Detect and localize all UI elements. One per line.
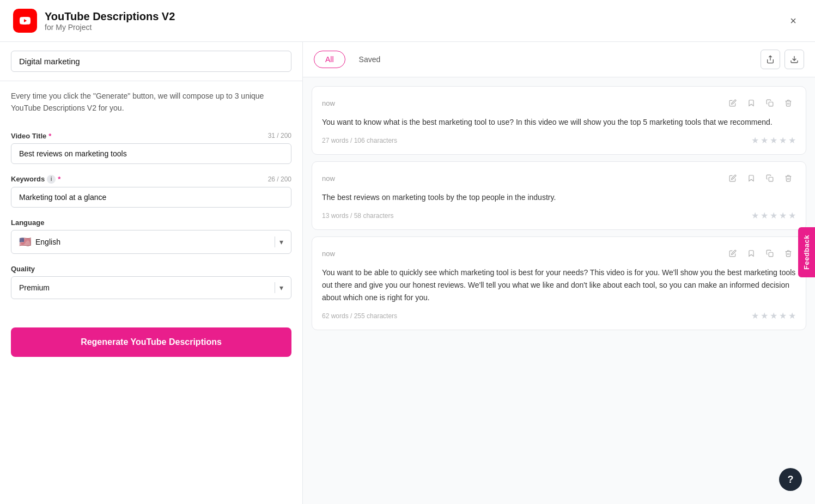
chevron-down-quality-icon: ▾ <box>279 283 283 292</box>
card-footer: 62 words / 255 characters ★★★★★ <box>322 311 796 321</box>
star-icon[interactable]: ★ <box>761 135 768 145</box>
select-divider <box>275 236 275 247</box>
keywords-info-icon[interactable]: i <box>47 175 56 184</box>
result-card: now You want to know what is <box>312 86 806 155</box>
star-icon[interactable]: ★ <box>751 210 759 221</box>
star-icon[interactable]: ★ <box>788 210 796 221</box>
bookmark-button[interactable] <box>744 171 759 186</box>
card-actions <box>725 171 796 186</box>
copy-icon <box>766 174 774 182</box>
generate-button[interactable]: Regenerate YouTube Descriptions <box>11 327 291 357</box>
keywords-input[interactable] <box>11 187 291 208</box>
svg-rect-1 <box>769 177 773 181</box>
star-icon[interactable]: ★ <box>770 210 777 221</box>
star-icon[interactable]: ★ <box>788 135 796 145</box>
star-icon[interactable]: ★ <box>779 210 787 221</box>
card-timestamp: now <box>322 250 335 258</box>
star-rating: ★★★★★ <box>751 135 796 145</box>
edit-button[interactable] <box>725 95 740 111</box>
star-icon[interactable]: ★ <box>770 311 777 321</box>
card-text: You want to be able to quickly see which… <box>322 266 796 304</box>
help-button[interactable]: ? <box>779 468 802 491</box>
results-area: now You want to know what is <box>303 77 815 504</box>
tab-saved[interactable]: Saved <box>348 51 392 68</box>
feedback-button[interactable]: Feedback <box>798 227 815 277</box>
tab-all[interactable]: All <box>314 51 345 68</box>
star-icon[interactable]: ★ <box>751 135 759 145</box>
delete-button[interactable] <box>781 171 796 186</box>
search-input[interactable] <box>11 51 291 72</box>
copy-button[interactable] <box>762 171 777 186</box>
card-footer: 27 words / 106 characters ★★★★★ <box>322 135 796 145</box>
bookmark-button[interactable] <box>744 95 759 111</box>
bookmark-icon <box>747 250 755 257</box>
copy-button[interactable] <box>762 95 777 111</box>
video-title-label: Video Title * 31 / 200 <box>11 132 291 140</box>
star-icon[interactable]: ★ <box>770 135 777 145</box>
star-icon[interactable]: ★ <box>761 311 768 321</box>
svg-rect-2 <box>769 252 773 257</box>
share-icon <box>766 55 775 64</box>
results-tabs: All Saved <box>314 51 392 68</box>
app-subtitle: for My Project <box>45 23 784 32</box>
card-text: The best reviews on marketing tools by t… <box>322 191 796 204</box>
card-stats: 13 words / 58 characters <box>322 212 393 220</box>
edit-icon <box>729 174 737 182</box>
language-field: Language 🇺🇸 English ▾ <box>11 218 291 254</box>
edit-icon <box>729 250 737 257</box>
trash-icon <box>784 250 792 257</box>
keywords-counter: 26 / 200 <box>268 175 291 183</box>
star-rating: ★★★★★ <box>751 311 796 321</box>
app-header: YouTube Descriptions V2 for My Project × <box>0 0 815 42</box>
bookmark-icon <box>747 174 755 182</box>
bookmark-button[interactable] <box>744 246 759 261</box>
star-icon[interactable]: ★ <box>788 311 796 321</box>
language-value: English <box>35 238 60 246</box>
results-actions <box>761 50 804 69</box>
card-header: now <box>322 95 796 111</box>
left-panel: Every time you click the "Generate" butt… <box>0 42 303 504</box>
edit-button[interactable] <box>725 171 740 186</box>
card-timestamp: now <box>322 174 335 183</box>
language-select[interactable]: 🇺🇸 English ▾ <box>11 230 291 254</box>
select-divider-quality <box>275 282 275 293</box>
edit-button[interactable] <box>725 246 740 261</box>
quality-select[interactable]: Premium ▾ <box>11 276 291 299</box>
video-title-counter: 31 / 200 <box>268 132 291 139</box>
keywords-field: Keywords i * 26 / 200 <box>11 175 291 208</box>
star-icon[interactable]: ★ <box>751 311 759 321</box>
trash-icon <box>784 99 792 107</box>
card-header: now <box>322 171 796 186</box>
app-title: YouTube Descriptions V2 <box>45 10 784 23</box>
card-stats: 27 words / 106 characters <box>322 137 397 144</box>
delete-button[interactable] <box>781 95 796 111</box>
download-button[interactable] <box>784 50 804 69</box>
share-button[interactable] <box>761 50 780 69</box>
result-card: now You want to be able to qu <box>312 236 806 330</box>
star-icon[interactable]: ★ <box>779 135 787 145</box>
result-card: now The best reviews on marke <box>312 161 806 230</box>
copy-button[interactable] <box>762 246 777 261</box>
youtube-icon <box>19 14 32 27</box>
star-rating: ★★★★★ <box>751 210 796 221</box>
results-header: All Saved <box>303 42 815 77</box>
star-icon[interactable]: ★ <box>779 311 787 321</box>
video-title-field: Video Title * 31 / 200 <box>11 132 291 164</box>
delete-button[interactable] <box>781 246 796 261</box>
close-button[interactable]: × <box>784 12 802 29</box>
copy-icon <box>766 250 774 257</box>
trash-icon <box>784 174 792 182</box>
star-icon[interactable]: ★ <box>761 210 768 221</box>
quality-field: Quality Premium ▾ <box>11 265 291 299</box>
card-actions <box>725 95 796 111</box>
header-titles: YouTube Descriptions V2 for My Project <box>45 10 784 32</box>
required-star-keywords: * <box>58 175 60 183</box>
copy-icon <box>766 99 774 107</box>
card-actions <box>725 246 796 261</box>
video-title-input[interactable] <box>11 143 291 164</box>
required-star: * <box>48 132 51 140</box>
form-section: Video Title * 31 / 200 Keywords i * <box>0 123 302 319</box>
description-text: Every time you click the "Generate" butt… <box>0 81 302 123</box>
right-panel: All Saved <box>303 42 815 504</box>
card-text: You want to know what is the best market… <box>322 116 796 129</box>
